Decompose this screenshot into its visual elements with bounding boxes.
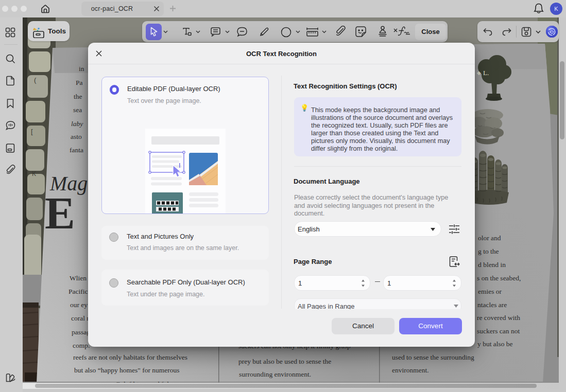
svg-text:[: [ — [31, 128, 33, 135]
svg-text:(: ( — [34, 76, 37, 84]
svg-text:K: K — [32, 170, 36, 177]
svg-text:◆: ◆ — [477, 70, 481, 76]
svg-text:L.: L. — [483, 69, 489, 77]
